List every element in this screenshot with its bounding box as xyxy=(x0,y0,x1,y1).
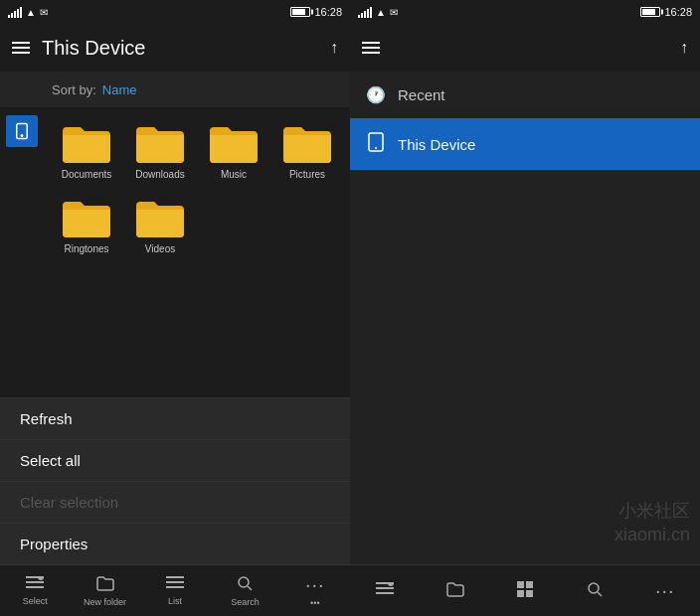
folder-documents-label: Documents xyxy=(62,169,112,180)
new-folder-icon-right xyxy=(446,581,464,601)
drawer-this-device[interactable]: This Device xyxy=(350,118,700,170)
up-button-left[interactable]: ↑ xyxy=(330,39,338,57)
header-bar-right: ↑ xyxy=(350,24,700,72)
svg-line-22 xyxy=(598,592,602,596)
right-panel: ▲ ✉ 16:28 ↑ 🕐 Recent This Device xyxy=(350,0,700,616)
toolbar-select-label: Select xyxy=(23,596,48,606)
toolbar-right-grid-btn[interactable] xyxy=(490,565,560,616)
grid-icon xyxy=(517,581,533,601)
drawer-recent-label: Recent xyxy=(398,86,445,103)
svg-rect-19 xyxy=(517,590,524,597)
context-refresh[interactable]: Refresh xyxy=(0,398,350,440)
toolbar-right-select-btn[interactable] xyxy=(350,565,420,616)
page-title-left: This Device xyxy=(42,37,330,60)
context-menu: Refresh Select all Clear selection Prope… xyxy=(0,397,350,564)
svg-rect-15 xyxy=(376,592,394,594)
svg-line-10 xyxy=(248,586,252,590)
toolbar-new-folder-btn[interactable]: New folder xyxy=(70,565,139,616)
folder-music-label: Music xyxy=(221,169,247,180)
notification-icon-right: ✉ xyxy=(390,7,398,18)
up-button-right[interactable]: ↑ xyxy=(680,39,688,57)
svg-rect-4 xyxy=(26,586,44,588)
svg-rect-8 xyxy=(166,586,184,588)
svg-rect-7 xyxy=(166,581,184,583)
toolbar-right-more-btn[interactable]: ··· xyxy=(630,565,700,616)
folder-documents[interactable]: Documents xyxy=(52,115,121,186)
select-icon-right xyxy=(376,582,394,600)
drawer-menu: 🕐 Recent This Device xyxy=(350,72,700,564)
toolbar-right-search-btn[interactable] xyxy=(560,565,629,616)
svg-point-9 xyxy=(239,577,249,587)
sort-bar: Sort by: Name xyxy=(0,72,350,107)
clock-right: 16:28 xyxy=(664,6,692,18)
hamburger-button-left[interactable] xyxy=(12,42,30,54)
folder-pictures[interactable]: Pictures xyxy=(272,115,342,186)
svg-point-1 xyxy=(21,135,23,137)
signal-icon xyxy=(8,6,22,18)
svg-point-21 xyxy=(589,583,599,593)
folder-ringtones-label: Ringtones xyxy=(64,243,108,254)
device-icon-right xyxy=(366,132,386,156)
svg-point-16 xyxy=(388,582,394,586)
status-right: 16:28 xyxy=(290,6,342,18)
toolbar-list-label: List xyxy=(168,596,182,606)
more-icon-right: ··· xyxy=(655,579,675,602)
wifi-icon-right: ▲ xyxy=(376,7,386,18)
drawer-recent[interactable]: 🕐 Recent xyxy=(350,72,700,118)
context-select-all[interactable]: Select all xyxy=(0,440,350,482)
wifi-icon: ▲ xyxy=(26,7,36,18)
sidebar-device-icon[interactable] xyxy=(6,115,38,147)
drawer-this-device-label: This Device xyxy=(398,136,475,153)
context-properties[interactable]: Properties xyxy=(0,524,350,564)
toolbar-more-label: ••• xyxy=(310,598,319,608)
list-icon xyxy=(166,576,184,594)
folder-music[interactable]: Music xyxy=(199,115,268,186)
context-clear-selection: Clear selection xyxy=(0,482,350,524)
toolbar-more-btn[interactable]: ··· ••• xyxy=(280,565,350,616)
svg-point-5 xyxy=(38,576,44,580)
status-left-right: ▲ ✉ xyxy=(358,6,398,18)
toolbar-list-btn[interactable]: List xyxy=(140,565,210,616)
left-panel: ▲ ✉ 16:28 This Device ↑ Sort by: Name xyxy=(0,0,350,616)
hamburger-button-right[interactable] xyxy=(362,42,380,54)
folder-videos-label: Videos xyxy=(145,243,175,254)
search-icon-right xyxy=(587,581,603,601)
toolbar-select-btn[interactable]: Select xyxy=(0,565,70,616)
toolbar-search-label: Search xyxy=(231,597,260,607)
bottom-toolbar-left: Select New folder List xyxy=(0,564,350,616)
folder-pictures-label: Pictures xyxy=(289,169,325,180)
svg-rect-3 xyxy=(26,581,44,583)
svg-rect-6 xyxy=(166,576,184,578)
clock-left: 16:28 xyxy=(314,6,342,18)
svg-rect-17 xyxy=(517,581,524,588)
select-icon xyxy=(26,576,44,594)
header-bar-left: This Device ↑ xyxy=(0,24,350,72)
svg-rect-14 xyxy=(376,587,394,589)
svg-rect-18 xyxy=(526,581,533,588)
status-bar-right: ▲ ✉ 16:28 xyxy=(350,0,700,24)
folder-downloads-label: Downloads xyxy=(135,169,184,180)
status-bar-left: ▲ ✉ 16:28 xyxy=(0,0,350,24)
sort-by-label: Sort by: xyxy=(52,82,96,97)
new-folder-icon xyxy=(96,575,114,595)
bottom-toolbar-right: ··· xyxy=(350,564,700,616)
toolbar-new-folder-label: New folder xyxy=(84,597,126,607)
folder-ringtones[interactable]: Ringtones xyxy=(52,190,121,260)
recent-icon: 🕐 xyxy=(366,85,386,104)
battery-icon-right xyxy=(640,7,660,17)
signal-icon-right xyxy=(358,6,372,18)
status-right-right: 16:28 xyxy=(640,6,692,18)
folder-downloads[interactable]: Downloads xyxy=(125,115,195,186)
folder-videos[interactable]: Videos xyxy=(125,190,195,260)
battery-icon xyxy=(290,7,310,17)
notification-icon: ✉ xyxy=(40,7,48,18)
more-icon-left: ··· xyxy=(305,573,325,596)
sort-value[interactable]: Name xyxy=(102,82,137,97)
svg-point-12 xyxy=(375,147,377,149)
status-left: ▲ ✉ xyxy=(8,6,48,18)
toolbar-search-btn[interactable]: Search xyxy=(210,565,279,616)
toolbar-right-folder-btn[interactable] xyxy=(420,565,489,616)
svg-rect-20 xyxy=(526,590,533,597)
search-icon-left xyxy=(237,575,253,595)
